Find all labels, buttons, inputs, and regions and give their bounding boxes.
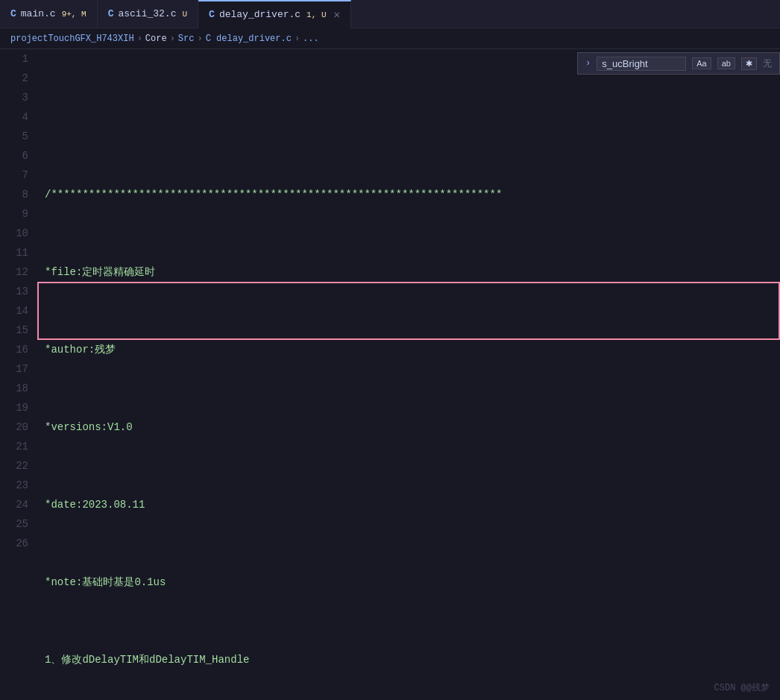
tab-ascii32[interactable]: C ascii_32.c U bbox=[98, 0, 198, 28]
search-input[interactable] bbox=[597, 57, 686, 71]
tab-delay-close[interactable]: ✕ bbox=[334, 8, 340, 21]
search-bar: › Aa ab ✱ 无 bbox=[577, 52, 780, 75]
line-5: *date:2023.08.11 bbox=[45, 495, 780, 514]
highlight-box bbox=[37, 282, 780, 340]
tab-ascii32-label: ascii_32.c bbox=[118, 8, 176, 19]
line-7: 1、修改dDelayTIM和dDelayTIM_Handle bbox=[45, 650, 780, 669]
line-2: *file:定时器精确延时 bbox=[45, 262, 780, 282]
breadcrumb-core: Core bbox=[145, 34, 167, 44]
tab-main-label: main.c bbox=[21, 8, 56, 19]
line-4: *versions:V1.0 bbox=[45, 417, 780, 437]
line-6: *note:基础时基是0.1us bbox=[45, 573, 780, 592]
breadcrumb: projectTouchGFX_H743XIH › Core › Src › C… bbox=[0, 28, 780, 49]
breadcrumb-project: projectTouchGFX_H743XIH bbox=[10, 34, 134, 44]
search-case-btn[interactable]: Aa bbox=[692, 57, 711, 69]
search-word-btn[interactable]: ab bbox=[717, 57, 735, 69]
breadcrumb-src: Src bbox=[178, 34, 195, 44]
tab-delay-badge: 1, U bbox=[306, 10, 326, 19]
breadcrumb-more: ... bbox=[303, 34, 319, 44]
line-numbers: 1 2 3 4 5 6 7 8 9 10 11 12 13 14 15 16 1… bbox=[0, 49, 37, 700]
tab-delay-label: delay_driver.c bbox=[219, 9, 301, 20]
watermark: CSDN @@残梦 bbox=[714, 681, 770, 694]
search-chevron[interactable]: › bbox=[585, 58, 591, 69]
tab-bar: C main.c 9+, M C ascii_32.c U C delay_dr… bbox=[0, 0, 780, 28]
search-no-result: 无 bbox=[763, 57, 772, 70]
tab-main[interactable]: C main.c 9+, M bbox=[0, 0, 98, 28]
tab-delay-icon: C bbox=[209, 9, 215, 20]
breadcrumb-file: C delay_driver.c bbox=[206, 34, 292, 44]
line-3: *author:残梦 bbox=[45, 340, 780, 359]
line-1: /***************************************… bbox=[45, 185, 780, 204]
tab-main-badge: 9+, M bbox=[62, 10, 87, 19]
code-content[interactable]: /***************************************… bbox=[37, 49, 780, 700]
tab-delay[interactable]: C delay_driver.c 1, U ✕ bbox=[198, 0, 351, 28]
search-regex-btn[interactable]: ✱ bbox=[741, 57, 757, 70]
tab-main-icon: C bbox=[10, 8, 16, 19]
tab-ascii32-badge: U bbox=[182, 10, 187, 19]
editor: 1 2 3 4 5 6 7 8 9 10 11 12 13 14 15 16 1… bbox=[0, 49, 780, 700]
tab-ascii32-icon: C bbox=[108, 8, 114, 19]
